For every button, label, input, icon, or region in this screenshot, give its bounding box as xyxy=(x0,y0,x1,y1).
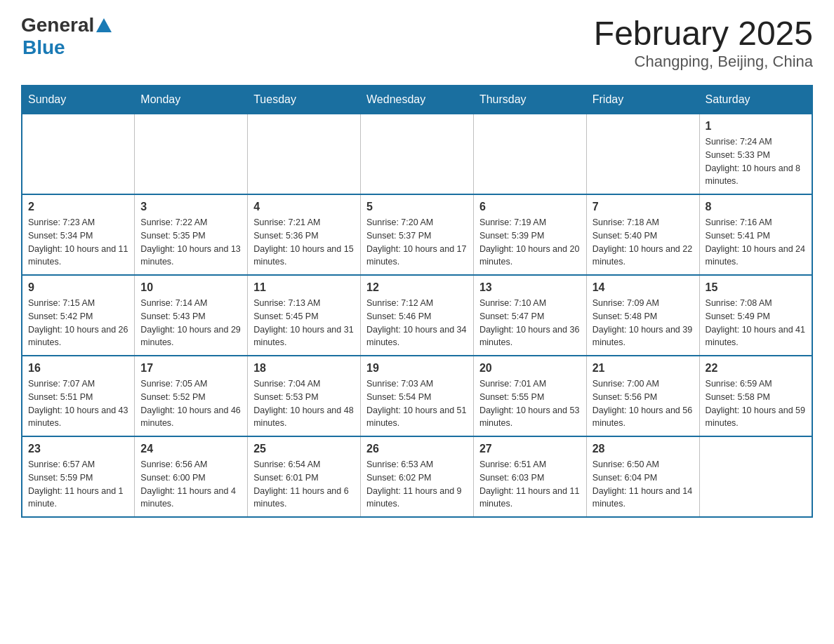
day-number: 12 xyxy=(366,281,468,294)
calendar-week-row: 23Sunrise: 6:57 AM Sunset: 5:59 PM Dayli… xyxy=(22,436,812,517)
calendar-cell: 28Sunrise: 6:50 AM Sunset: 6:04 PM Dayli… xyxy=(586,436,699,517)
calendar-cell: 13Sunrise: 7:10 AM Sunset: 5:47 PM Dayli… xyxy=(473,275,586,356)
calendar-cell: 25Sunrise: 6:54 AM Sunset: 6:01 PM Dayli… xyxy=(248,436,361,517)
calendar-cell: 7Sunrise: 7:18 AM Sunset: 5:40 PM Daylig… xyxy=(586,194,699,275)
calendar-subtitle: Changping, Beijing, China xyxy=(594,53,813,71)
day-number: 27 xyxy=(479,443,581,455)
weekday-header-saturday: Saturday xyxy=(699,86,812,114)
calendar-week-row: 2Sunrise: 7:23 AM Sunset: 5:34 PM Daylig… xyxy=(22,194,812,275)
calendar-week-row: 1Sunrise: 7:24 AM Sunset: 5:33 PM Daylig… xyxy=(22,114,812,194)
day-number: 10 xyxy=(140,281,241,294)
day-number: 13 xyxy=(479,281,581,294)
day-number: 23 xyxy=(28,443,128,455)
day-number: 11 xyxy=(253,281,355,294)
day-number: 26 xyxy=(366,443,468,455)
calendar-table: SundayMondayTuesdayWednesdayThursdayFrid… xyxy=(21,85,813,518)
calendar-cell: 4Sunrise: 7:21 AM Sunset: 5:36 PM Daylig… xyxy=(248,194,361,275)
day-info: Sunrise: 6:51 AM Sunset: 6:03 PM Dayligh… xyxy=(479,458,581,511)
logo: General Blue xyxy=(21,14,112,59)
day-info: Sunrise: 7:19 AM Sunset: 5:39 PM Dayligh… xyxy=(479,216,581,269)
weekday-header-wednesday: Wednesday xyxy=(361,86,474,114)
weekday-header-row: SundayMondayTuesdayWednesdayThursdayFrid… xyxy=(22,86,812,114)
page-header: General Blue February 2025 Changping, Be… xyxy=(21,14,813,71)
logo-triangle-icon xyxy=(96,18,112,32)
day-number: 1 xyxy=(706,120,806,133)
weekday-header-sunday: Sunday xyxy=(22,86,135,114)
day-number: 17 xyxy=(140,362,241,375)
calendar-cell: 24Sunrise: 6:56 AM Sunset: 6:00 PM Dayli… xyxy=(135,436,248,517)
calendar-cell: 12Sunrise: 7:12 AM Sunset: 5:46 PM Dayli… xyxy=(361,275,474,356)
calendar-cell: 1Sunrise: 7:24 AM Sunset: 5:33 PM Daylig… xyxy=(699,114,812,194)
day-info: Sunrise: 7:09 AM Sunset: 5:48 PM Dayligh… xyxy=(593,297,694,349)
calendar-cell xyxy=(699,436,812,517)
calendar-cell: 27Sunrise: 6:51 AM Sunset: 6:03 PM Dayli… xyxy=(473,436,586,517)
day-info: Sunrise: 7:14 AM Sunset: 5:43 PM Dayligh… xyxy=(140,297,241,349)
day-number: 16 xyxy=(28,362,128,375)
calendar-week-row: 16Sunrise: 7:07 AM Sunset: 5:51 PM Dayli… xyxy=(22,356,812,436)
day-info: Sunrise: 6:57 AM Sunset: 5:59 PM Dayligh… xyxy=(28,458,128,511)
weekday-header-friday: Friday xyxy=(586,86,699,114)
title-section: February 2025 Changping, Beijing, China xyxy=(594,14,813,71)
calendar-cell xyxy=(473,114,586,194)
calendar-cell: 23Sunrise: 6:57 AM Sunset: 5:59 PM Dayli… xyxy=(22,436,135,517)
calendar-week-row: 9Sunrise: 7:15 AM Sunset: 5:42 PM Daylig… xyxy=(22,275,812,356)
day-number: 21 xyxy=(593,362,694,375)
day-info: Sunrise: 6:59 AM Sunset: 5:58 PM Dayligh… xyxy=(706,377,806,430)
calendar-cell: 19Sunrise: 7:03 AM Sunset: 5:54 PM Dayli… xyxy=(361,356,474,436)
day-number: 14 xyxy=(593,281,694,294)
day-number: 18 xyxy=(253,362,355,375)
calendar-cell xyxy=(586,114,699,194)
day-info: Sunrise: 7:16 AM Sunset: 5:41 PM Dayligh… xyxy=(706,216,806,269)
weekday-header-thursday: Thursday xyxy=(473,86,586,114)
day-info: Sunrise: 7:24 AM Sunset: 5:33 PM Dayligh… xyxy=(706,135,806,188)
day-number: 3 xyxy=(140,201,241,213)
day-info: Sunrise: 7:13 AM Sunset: 5:45 PM Dayligh… xyxy=(253,297,355,349)
day-info: Sunrise: 7:03 AM Sunset: 5:54 PM Dayligh… xyxy=(366,377,468,430)
calendar-cell: 11Sunrise: 7:13 AM Sunset: 5:45 PM Dayli… xyxy=(248,275,361,356)
calendar-cell: 18Sunrise: 7:04 AM Sunset: 5:53 PM Dayli… xyxy=(248,356,361,436)
day-info: Sunrise: 7:07 AM Sunset: 5:51 PM Dayligh… xyxy=(28,377,128,430)
day-info: Sunrise: 6:50 AM Sunset: 6:04 PM Dayligh… xyxy=(593,458,694,511)
calendar-cell: 16Sunrise: 7:07 AM Sunset: 5:51 PM Dayli… xyxy=(22,356,135,436)
logo-blue-text: Blue xyxy=(22,36,65,59)
day-number: 22 xyxy=(706,362,806,375)
day-number: 9 xyxy=(28,281,128,294)
calendar-cell: 9Sunrise: 7:15 AM Sunset: 5:42 PM Daylig… xyxy=(22,275,135,356)
day-number: 6 xyxy=(479,201,581,213)
day-info: Sunrise: 7:12 AM Sunset: 5:46 PM Dayligh… xyxy=(366,297,468,349)
calendar-cell xyxy=(135,114,248,194)
day-info: Sunrise: 7:21 AM Sunset: 5:36 PM Dayligh… xyxy=(253,216,355,269)
day-info: Sunrise: 7:20 AM Sunset: 5:37 PM Dayligh… xyxy=(366,216,468,269)
calendar-cell xyxy=(361,114,474,194)
weekday-header-tuesday: Tuesday xyxy=(248,86,361,114)
calendar-cell: 8Sunrise: 7:16 AM Sunset: 5:41 PM Daylig… xyxy=(699,194,812,275)
calendar-cell: 5Sunrise: 7:20 AM Sunset: 5:37 PM Daylig… xyxy=(361,194,474,275)
day-info: Sunrise: 7:22 AM Sunset: 5:35 PM Dayligh… xyxy=(140,216,241,269)
calendar-cell: 10Sunrise: 7:14 AM Sunset: 5:43 PM Dayli… xyxy=(135,275,248,356)
day-number: 28 xyxy=(593,443,694,455)
calendar-cell: 3Sunrise: 7:22 AM Sunset: 5:35 PM Daylig… xyxy=(135,194,248,275)
day-number: 15 xyxy=(706,281,806,294)
day-number: 19 xyxy=(366,362,468,375)
logo-general-text: General xyxy=(21,14,94,36)
calendar-cell: 6Sunrise: 7:19 AM Sunset: 5:39 PM Daylig… xyxy=(473,194,586,275)
calendar-cell xyxy=(248,114,361,194)
day-number: 7 xyxy=(593,201,694,213)
day-info: Sunrise: 7:15 AM Sunset: 5:42 PM Dayligh… xyxy=(28,297,128,349)
day-info: Sunrise: 7:10 AM Sunset: 5:47 PM Dayligh… xyxy=(479,297,581,349)
svg-marker-0 xyxy=(96,18,112,32)
calendar-cell xyxy=(22,114,135,194)
calendar-title: February 2025 xyxy=(594,14,813,53)
calendar-cell: 22Sunrise: 6:59 AM Sunset: 5:58 PM Dayli… xyxy=(699,356,812,436)
calendar-cell: 2Sunrise: 7:23 AM Sunset: 5:34 PM Daylig… xyxy=(22,194,135,275)
day-number: 2 xyxy=(28,201,128,213)
day-info: Sunrise: 7:23 AM Sunset: 5:34 PM Dayligh… xyxy=(28,216,128,269)
day-number: 8 xyxy=(706,201,806,213)
calendar-cell: 26Sunrise: 6:53 AM Sunset: 6:02 PM Dayli… xyxy=(361,436,474,517)
day-info: Sunrise: 7:05 AM Sunset: 5:52 PM Dayligh… xyxy=(140,377,241,430)
calendar-cell: 20Sunrise: 7:01 AM Sunset: 5:55 PM Dayli… xyxy=(473,356,586,436)
day-info: Sunrise: 6:56 AM Sunset: 6:00 PM Dayligh… xyxy=(140,458,241,511)
weekday-header-monday: Monday xyxy=(135,86,248,114)
day-info: Sunrise: 7:18 AM Sunset: 5:40 PM Dayligh… xyxy=(593,216,694,269)
day-info: Sunrise: 6:54 AM Sunset: 6:01 PM Dayligh… xyxy=(253,458,355,511)
